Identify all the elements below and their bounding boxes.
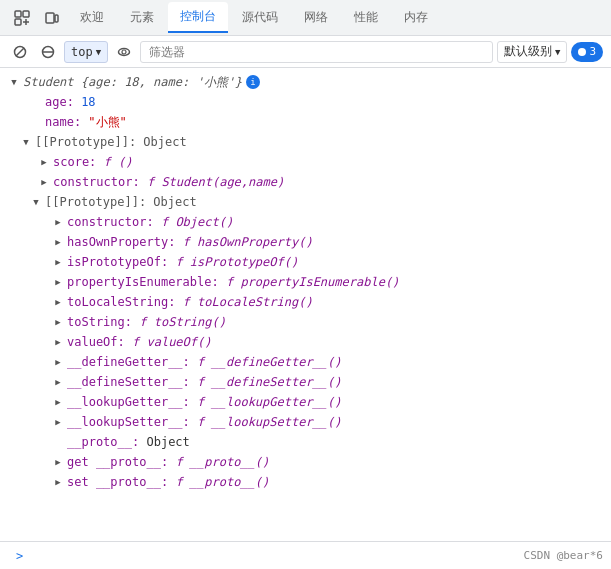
list-item[interactable]: constructor: f Object() — [0, 212, 611, 232]
list-item[interactable]: propertyIsEnumerable: f propertyIsEnumer… — [0, 272, 611, 292]
badge-dot — [578, 48, 586, 56]
chevron-down-icon: ▼ — [555, 47, 560, 57]
svg-line-8 — [16, 48, 24, 56]
eye-icon[interactable] — [112, 40, 136, 64]
expand-arrow[interactable] — [52, 316, 64, 328]
list-item[interactable]: age: 18 — [0, 92, 611, 112]
expand-arrow[interactable] — [52, 336, 64, 348]
expand-arrow[interactable] — [38, 156, 50, 168]
list-item[interactable]: toLocaleString: f toLocaleString() — [0, 292, 611, 312]
svg-rect-1 — [23, 11, 29, 17]
expand-arrow[interactable] — [52, 236, 64, 248]
tab-welcome[interactable]: 欢迎 — [68, 3, 116, 32]
watermark: CSDN @bear*6 — [524, 542, 603, 570]
top-nav: 欢迎 元素 控制台 源代码 网络 性能 内存 — [0, 0, 611, 36]
expand-arrow[interactable] — [52, 456, 64, 468]
chevron-down-icon: ▼ — [96, 47, 101, 57]
expand-arrow[interactable] — [52, 396, 64, 408]
list-item[interactable]: score: f () — [0, 152, 611, 172]
expand-arrow[interactable] — [52, 256, 64, 268]
svg-rect-5 — [46, 13, 54, 23]
expand-arrow[interactable] — [20, 136, 32, 148]
svg-rect-2 — [15, 19, 21, 25]
tab-elements[interactable]: 元素 — [118, 3, 166, 32]
list-item[interactable]: __lookupGetter__: f __lookupGetter__() — [0, 392, 611, 412]
tab-memory[interactable]: 内存 — [392, 3, 440, 32]
list-item[interactable]: toString: f toString() — [0, 312, 611, 332]
list-item[interactable]: valueOf: f valueOf() — [0, 332, 611, 352]
device-icon[interactable] — [38, 4, 66, 32]
block-icon[interactable] — [36, 40, 60, 64]
list-item[interactable]: set __proto__: f __proto__() — [0, 472, 611, 492]
expand-arrow[interactable] — [52, 356, 64, 368]
level-selector[interactable]: 默认级别 ▼ — [497, 41, 567, 63]
svg-point-12 — [122, 50, 126, 54]
inspect-icon[interactable] — [8, 4, 36, 32]
list-item[interactable]: __defineSetter__: f __defineSetter__() — [0, 372, 611, 392]
svg-rect-6 — [55, 15, 58, 22]
expand-arrow[interactable] — [38, 176, 50, 188]
expand-arrow[interactable] — [52, 416, 64, 428]
list-item[interactable]: __proto__: Object — [0, 432, 611, 452]
expand-arrow[interactable] — [52, 476, 64, 488]
list-item[interactable]: isPrototypeOf: f isPrototypeOf() — [0, 252, 611, 272]
info-icon[interactable]: i — [246, 75, 260, 89]
list-item[interactable]: hasOwnProperty: f hasOwnProperty() — [0, 232, 611, 252]
expand-arrow[interactable] — [52, 276, 64, 288]
list-item[interactable]: name: "小熊" — [0, 112, 611, 132]
expand-arrow[interactable] — [52, 296, 64, 308]
clear-console-button[interactable] — [8, 40, 32, 64]
message-badge[interactable]: 3 — [571, 42, 603, 62]
list-item[interactable]: [[Prototype]]: Object — [0, 132, 611, 152]
console-output: Student {age: 18, name: '小熊'} i age: 18 … — [0, 68, 611, 541]
tab-sources[interactable]: 源代码 — [230, 3, 290, 32]
expand-arrow[interactable] — [30, 196, 42, 208]
list-item[interactable]: get __proto__: f __proto__() — [0, 452, 611, 472]
toolbar: top ▼ 默认级别 ▼ 3 — [0, 36, 611, 68]
list-item[interactable]: Student {age: 18, name: '小熊'} i — [0, 72, 611, 92]
tab-network[interactable]: 网络 — [292, 3, 340, 32]
list-item[interactable]: [[Prototype]]: Object — [0, 192, 611, 212]
tab-performance[interactable]: 性能 — [342, 3, 390, 32]
filter-input[interactable] — [140, 41, 493, 63]
list-item[interactable]: constructor: f Student(age,name) — [0, 172, 611, 192]
tab-console[interactable]: 控制台 — [168, 2, 228, 33]
expand-arrow[interactable] — [8, 76, 20, 88]
expand-arrow[interactable] — [52, 216, 64, 228]
expand-arrow[interactable] — [52, 376, 64, 388]
list-item[interactable]: __lookupSetter__: f __lookupSetter__() — [0, 412, 611, 432]
console-prompt[interactable]: > — [8, 547, 31, 565]
context-selector[interactable]: top ▼ — [64, 41, 108, 63]
list-item[interactable]: __defineGetter__: f __defineGetter__() — [0, 352, 611, 372]
svg-rect-0 — [15, 11, 21, 17]
